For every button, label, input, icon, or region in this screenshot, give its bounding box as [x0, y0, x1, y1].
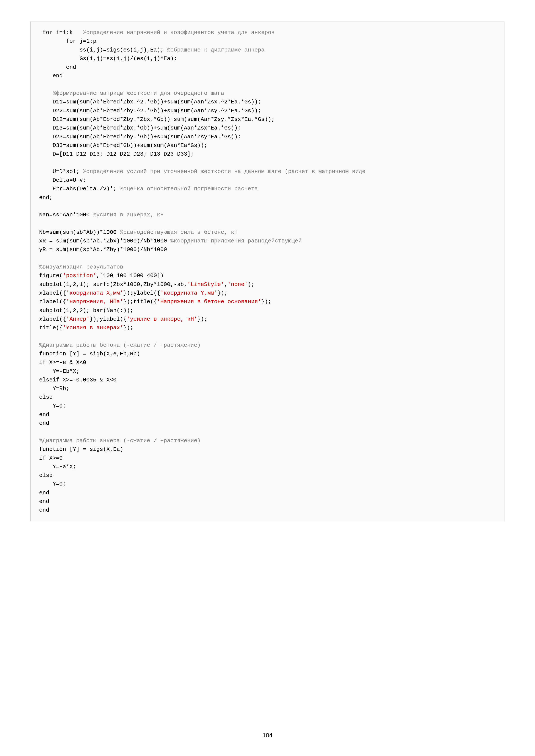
code-block: for i=1:k %определение напряжений и коэф… [39, 28, 496, 515]
page: for i=1:k %определение напряжений и коэф… [0, 0, 535, 756]
page-number: 104 [263, 732, 272, 739]
code-container: for i=1:k %определение напряжений и коэф… [30, 21, 505, 521]
